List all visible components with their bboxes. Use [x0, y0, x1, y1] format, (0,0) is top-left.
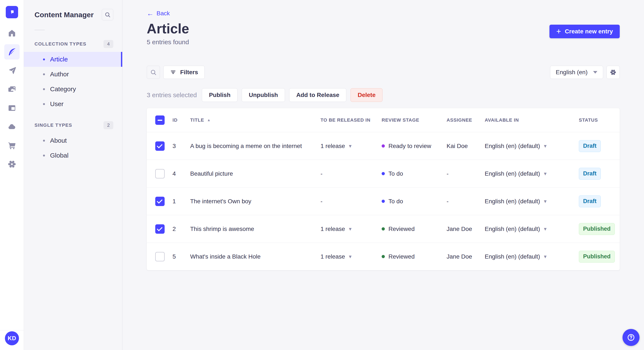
row-checkbox[interactable] — [155, 169, 164, 178]
chevron-down-icon — [593, 71, 597, 74]
help-button[interactable] — [622, 329, 640, 346]
rail-divider — [0, 330, 24, 331]
nav-marketplace[interactable] — [4, 138, 20, 153]
header-available-in: AVAILABLE IN — [482, 117, 576, 123]
table-row[interactable]: 3 A bug is becoming a meme on the intern… — [147, 132, 620, 160]
subnav-item-user[interactable]: User — [24, 97, 122, 111]
subnav-item-category[interactable]: Category — [24, 82, 122, 97]
status-badge: Published — [579, 223, 615, 235]
strapi-logo[interactable] — [6, 6, 18, 18]
section-single-types: SINGLE TYPES 2 About Global — [24, 121, 122, 163]
status-badge: Published — [579, 251, 615, 263]
bullet-icon — [43, 73, 45, 75]
publish-button[interactable]: Publish — [202, 88, 238, 102]
header-title[interactable]: TITLE ▲ — [188, 117, 318, 123]
select-all-checkbox[interactable] — [155, 116, 164, 125]
cell-release: - — [318, 170, 379, 177]
avatar[interactable]: KD — [5, 331, 19, 345]
subnav-item-article[interactable]: Article — [24, 52, 122, 67]
stage-dot-icon — [382, 227, 385, 230]
cell-available-in[interactable]: English (en) (default) ▾ — [482, 143, 576, 150]
cell-title: What's inside a Black Hole — [188, 253, 318, 260]
row-checkbox[interactable] — [155, 252, 164, 261]
search-button[interactable] — [147, 66, 160, 79]
header-status: STATUS — [576, 117, 620, 123]
nav-home[interactable] — [4, 25, 20, 41]
view-settings-button[interactable] — [606, 66, 620, 79]
header-id[interactable]: ID — [170, 117, 188, 123]
unpublish-button[interactable]: Unpublish — [242, 88, 285, 102]
bullet-icon — [43, 155, 45, 157]
table-row[interactable]: 1 The internet's Own boy - To do - Engli… — [147, 187, 620, 215]
stage-dot-icon — [382, 255, 385, 258]
chevron-down-icon: ▾ — [544, 143, 547, 149]
search-icon — [104, 11, 111, 18]
subnav-divider — [34, 30, 45, 30]
cell-id: 4 — [170, 170, 188, 177]
feather-icon — [8, 47, 16, 56]
add-to-release-button[interactable]: Add to Release — [289, 88, 346, 102]
help-icon — [626, 333, 636, 342]
nav-releases[interactable] — [4, 63, 20, 78]
cell-title: A bug is becoming a meme on the internet — [188, 143, 318, 150]
delete-button[interactable]: Delete — [350, 88, 382, 102]
table-row[interactable]: 4 Beautiful picture - To do - English (e… — [147, 160, 620, 187]
cell-title: The internet's Own boy — [188, 198, 318, 205]
toolbar: Filters English (en) — [147, 66, 620, 79]
cell-review-stage: To do — [379, 170, 444, 177]
bullet-icon — [43, 103, 45, 105]
cell-review-stage: Reviewed — [379, 226, 444, 232]
create-new-entry-button[interactable]: + Create new entry — [550, 25, 620, 38]
nav-media-library[interactable] — [4, 82, 20, 97]
chevron-down-icon: ▾ — [544, 226, 547, 232]
cell-release[interactable]: 1 release ▾ — [318, 226, 379, 232]
paper-plane-icon — [8, 66, 16, 75]
cell-review-stage: Reviewed — [379, 253, 444, 260]
chevron-down-icon: ▾ — [544, 171, 547, 176]
chevron-down-icon: ▾ — [349, 226, 352, 232]
stage-dot-icon — [382, 144, 385, 148]
subnav-item-about[interactable]: About — [24, 133, 122, 148]
section-count-badge: 2 — [104, 121, 113, 129]
back-link[interactable]: ← Back — [147, 10, 170, 17]
status-badge: Draft — [579, 195, 601, 207]
filters-button[interactable]: Filters — [163, 66, 205, 79]
row-checkbox[interactable] — [155, 141, 164, 151]
cell-release[interactable]: 1 release ▾ — [318, 253, 379, 260]
cell-assignee: Jane Doe — [444, 253, 482, 260]
subnav-item-global[interactable]: Global — [24, 148, 122, 163]
page-title: Article — [147, 21, 620, 37]
images-icon — [8, 85, 16, 94]
table-row[interactable]: 2 This shrimp is awesome 1 release ▾ Rev… — [147, 215, 620, 243]
nav-content-manager[interactable] — [4, 44, 20, 59]
cell-title: Beautiful picture — [188, 170, 318, 177]
strapi-logo-mark — [8, 8, 16, 16]
cell-review-stage: To do — [379, 198, 444, 205]
locale-select[interactable]: English (en) — [550, 66, 603, 79]
app-root: KD Content Manager COLLECTION TYPES 4 Ar… — [0, 0, 644, 350]
table-row[interactable]: 5 What's inside a Black Hole 1 release ▾… — [147, 243, 620, 270]
cell-id: 5 — [170, 253, 188, 260]
chevron-down-icon: ▾ — [349, 143, 352, 149]
cell-assignee: Jane Doe — [444, 226, 482, 232]
chevron-down-icon: ▾ — [349, 254, 352, 259]
nav-content-type-builder[interactable] — [4, 100, 20, 116]
cart-icon — [8, 141, 16, 150]
cell-title: This shrimp is awesome — [188, 226, 318, 232]
bullet-icon — [43, 58, 45, 60]
subnav-search-button[interactable] — [102, 9, 113, 20]
cell-release[interactable]: 1 release ▾ — [318, 143, 379, 150]
subnav-title: Content Manager — [34, 11, 94, 19]
subnav-item-author[interactable]: Author — [24, 67, 122, 82]
chevron-down-icon: ▾ — [544, 254, 547, 259]
cell-available-in[interactable]: English (en) (default) ▾ — [482, 253, 576, 260]
nav-settings[interactable] — [4, 157, 20, 172]
section-collection-types: COLLECTION TYPES 4 Article Author Catego… — [24, 40, 122, 111]
row-checkbox[interactable] — [155, 224, 164, 234]
cell-available-in[interactable]: English (en) (default) ▾ — [482, 226, 576, 232]
cell-available-in[interactable]: English (en) (default) ▾ — [482, 170, 576, 177]
row-checkbox[interactable] — [155, 197, 164, 206]
cell-available-in[interactable]: English (en) (default) ▾ — [482, 198, 576, 205]
nav-cloud[interactable] — [4, 119, 20, 134]
status-badge: Draft — [579, 140, 601, 152]
